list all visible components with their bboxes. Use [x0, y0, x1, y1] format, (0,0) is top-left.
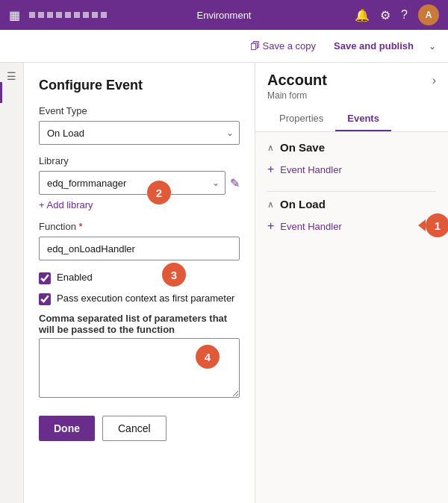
left-sidebar: ☰ [0, 63, 24, 503]
pass-execution-row: Pass execution context as first paramete… [39, 292, 240, 305]
enabled-checkbox[interactable] [39, 272, 51, 284]
edit-library-icon[interactable]: ✎ [230, 176, 240, 190]
copy-icon: 🗍 [250, 40, 260, 51]
on-save-title: On Save [280, 141, 325, 154]
library-select-wrapper: edq_formmanager ⌄ [39, 171, 225, 195]
badge-1-container: 1 [418, 213, 448, 237]
sidebar-icon-list[interactable]: ☰ [4, 69, 19, 84]
right-panel: Account › Main form Properties Events ∧ … [255, 63, 448, 503]
avatar[interactable]: A [418, 4, 439, 25]
event-type-wrapper: On Load On Save On Change ⌄ [39, 121, 240, 145]
enabled-label: Enabled [57, 271, 93, 284]
pass-execution-checkbox[interactable] [39, 293, 51, 305]
badge-4: 4 [196, 345, 220, 369]
save-copy-button[interactable]: 🗍 Save a copy [244, 37, 323, 54]
account-row: Account › [267, 72, 436, 89]
on-load-title: On Load [280, 198, 326, 210]
event-type-select[interactable]: On Load On Save On Change [39, 121, 240, 145]
badge-3-container: 3 [162, 263, 186, 287]
library-select[interactable]: edq_formmanager [39, 171, 225, 195]
top-bar: ▦ Environment 🔔 ⚙ ? A [0, 0, 448, 30]
function-field: Function * [39, 221, 240, 260]
configure-panel: Configure Event Event Type On Load On Sa… [24, 63, 255, 503]
on-save-header: ∧ On Save [267, 141, 436, 154]
required-marker: * [79, 221, 83, 232]
second-bar: 🗍 Save a copy Save and publish ⌄ [0, 30, 448, 63]
badge-4-container: 4 [196, 345, 220, 369]
top-bar-icons: 🔔 ⚙ ? A [355, 4, 439, 25]
save-publish-dropdown[interactable]: ⌄ [426, 38, 439, 54]
badge-3: 3 [162, 263, 186, 287]
on-load-handler-row[interactable]: + Event Handler 1 [267, 216, 436, 236]
on-load-section: ∧ On Load + Event Handler 1 [267, 198, 436, 236]
main-form-label: Main form [267, 90, 436, 101]
section-divider [267, 191, 436, 192]
badge-2: 2 [147, 181, 171, 204]
grid-icon[interactable]: ▦ [9, 8, 20, 22]
main-layout: ☰ Configure Event Event Type On Load On … [0, 63, 448, 503]
tab-events[interactable]: Events [335, 107, 391, 131]
done-button[interactable]: Done [39, 416, 95, 441]
on-load-plus-icon: + [267, 219, 274, 233]
badge-1-tail [418, 219, 426, 231]
gear-icon[interactable]: ⚙ [380, 8, 391, 22]
on-save-section: ∧ On Save + Event Handler [267, 141, 436, 179]
save-publish-button[interactable]: Save and publish [328, 37, 420, 54]
tabs-row: Properties Events [267, 107, 436, 131]
account-title: Account [267, 72, 327, 89]
event-type-label: Event Type [39, 105, 240, 116]
enabled-row: Enabled [39, 271, 240, 284]
function-label: Function * [39, 221, 240, 232]
add-library-button[interactable]: + Add library [39, 199, 240, 210]
badge-2-container: 2 [147, 181, 171, 204]
function-input[interactable] [39, 237, 240, 260]
on-save-collapse-icon[interactable]: ∧ [267, 143, 274, 153]
button-row: Done Cancel [39, 416, 240, 441]
help-icon[interactable]: ? [401, 8, 408, 22]
configure-title: Configure Event [39, 78, 240, 93]
account-chevron[interactable]: › [432, 74, 436, 87]
tab-properties[interactable]: Properties [267, 107, 335, 131]
params-label: Comma separated list of parameters that … [39, 313, 240, 335]
cancel-button[interactable]: Cancel [102, 416, 167, 441]
on-load-header: ∧ On Load [267, 198, 436, 210]
library-label: Library [39, 155, 240, 166]
environment-title: Environment [197, 10, 252, 21]
right-panel-header: Account › Main form Properties Events [255, 63, 448, 132]
top-bar-left: ▦ [9, 8, 107, 22]
on-save-handler-label: Event Handler [280, 164, 341, 175]
nav-squares [29, 12, 107, 18]
active-indicator [0, 82, 2, 103]
badge-1: 1 [426, 213, 448, 237]
library-row: edq_formmanager ⌄ ✎ [39, 171, 240, 195]
bell-icon[interactable]: 🔔 [355, 8, 370, 22]
on-load-handler-label: Event Handler [280, 221, 341, 232]
on-load-collapse-icon[interactable]: ∧ [267, 199, 274, 210]
pass-execution-label: Pass execution context as first paramete… [57, 292, 234, 305]
on-save-plus-icon: + [267, 163, 274, 176]
on-save-handler-row[interactable]: + Event Handler [267, 160, 436, 179]
events-content: ∧ On Save + Event Handler ∧ On Load + E [255, 132, 448, 257]
